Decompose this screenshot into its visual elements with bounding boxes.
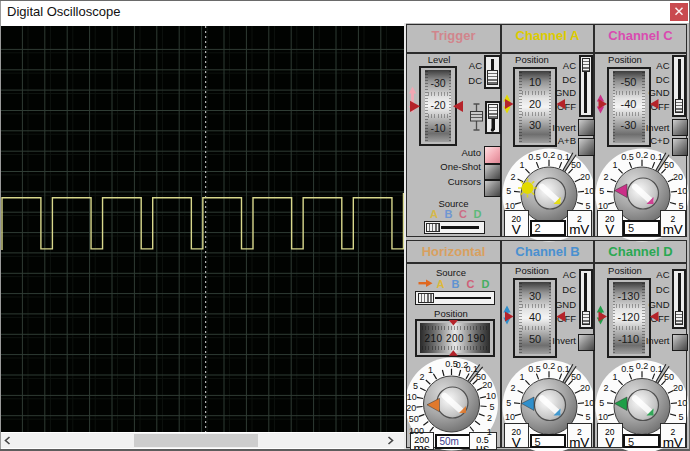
- svg-text:100: 100: [409, 426, 424, 436]
- svg-text:1: 1: [487, 427, 492, 437]
